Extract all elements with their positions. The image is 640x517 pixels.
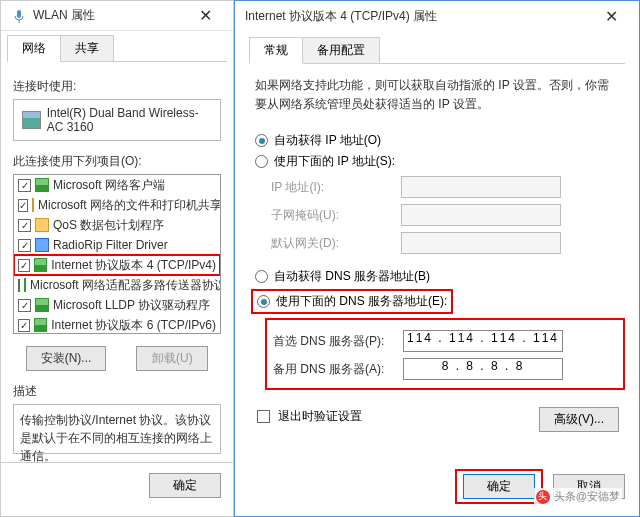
- item-checkbox[interactable]: [18, 279, 20, 292]
- dns-fields-highlight: 首选 DNS 服务器(P): 114 . 114 . 114 . 114 备用 …: [265, 318, 625, 390]
- item-label: Internet 协议版本 6 (TCP/IPv6): [51, 317, 216, 334]
- list-item[interactable]: QoS 数据包计划程序: [14, 215, 220, 235]
- subnet-input: [401, 204, 561, 226]
- ip-address-input: [401, 176, 561, 198]
- pref-dns-input[interactable]: 114 . 114 . 114 . 114: [403, 330, 563, 352]
- subnet-label: 子网掩码(U):: [271, 207, 401, 224]
- wlan-ok-button[interactable]: 确定: [149, 473, 221, 498]
- protocol-icon: [35, 178, 49, 192]
- install-button[interactable]: 安装(N)...: [26, 346, 107, 371]
- ipv4-properties-dialog: Internet 协议版本 4 (TCP/IPv4) 属性 ✕ 常规 备用配置 …: [234, 0, 640, 517]
- wlan-title: WLAN 属性: [33, 7, 95, 24]
- advanced-button[interactable]: 高级(V)...: [539, 407, 619, 432]
- radio-ip-manual-row[interactable]: 使用下面的 IP 地址(S):: [255, 153, 625, 170]
- ip-address-label: IP 地址(I):: [271, 179, 401, 196]
- item-checkbox[interactable]: [18, 319, 30, 332]
- protocol-icon: [24, 278, 26, 292]
- radio-dns-auto[interactable]: [255, 270, 268, 283]
- radio-ip-auto[interactable]: [255, 134, 268, 147]
- list-item[interactable]: RadioRip Filter Driver: [14, 235, 220, 255]
- exit-validate-checkbox[interactable]: [257, 410, 270, 423]
- adapter-box: Intel(R) Dual Band Wireless-AC 3160: [13, 99, 221, 141]
- wlan-properties-dialog: WLAN 属性 ✕ 网络 共享 连接时使用: Intel(R) Dual Ban…: [0, 0, 234, 517]
- list-item[interactable]: Microsoft LLDP 协议驱动程序: [14, 295, 220, 315]
- item-checkbox[interactable]: [18, 259, 30, 272]
- items-label: 此连接使用下列项目(O):: [13, 153, 221, 170]
- close-icon[interactable]: ✕: [185, 2, 225, 30]
- item-label: RadioRip Filter Driver: [53, 238, 168, 252]
- item-label: Microsoft LLDP 协议驱动程序: [53, 297, 210, 314]
- adapter-name: Intel(R) Dual Band Wireless-AC 3160: [47, 106, 212, 134]
- exit-validate-label: 退出时验证设置: [278, 408, 362, 425]
- item-checkbox[interactable]: [18, 299, 31, 312]
- list-item[interactable]: Microsoft 网络的文件和打印机共享: [14, 195, 220, 215]
- protocol-icon: [34, 258, 47, 272]
- item-checkbox[interactable]: [18, 219, 31, 232]
- tab-alternate[interactable]: 备用配置: [302, 37, 380, 63]
- info-text: 如果网络支持此功能，则可以获取自动指派的 IP 设置。否则，你需要从网络系统管理…: [249, 74, 625, 128]
- item-checkbox[interactable]: [18, 199, 28, 212]
- item-label: Microsoft 网络的文件和打印机共享: [38, 197, 221, 214]
- items-listbox[interactable]: Microsoft 网络客户端Microsoft 网络的文件和打印机共享QoS …: [13, 174, 221, 334]
- protocol-icon: [32, 198, 34, 212]
- pref-dns-label: 首选 DNS 服务器(P):: [273, 333, 403, 350]
- alt-dns-label: 备用 DNS 服务器(A):: [273, 361, 403, 378]
- svg-rect-0: [17, 10, 21, 18]
- item-label: Microsoft 网络适配器多路传送器协议: [30, 277, 221, 294]
- radio-dns-auto-row[interactable]: 自动获得 DNS 服务器地址(B): [255, 268, 625, 285]
- radio-ip-auto-row[interactable]: 自动获得 IP 地址(O): [255, 132, 625, 149]
- item-label: QoS 数据包计划程序: [53, 217, 164, 234]
- item-label: Microsoft 网络客户端: [53, 177, 165, 194]
- tab-network[interactable]: 网络: [7, 35, 61, 62]
- radio-dns-auto-label: 自动获得 DNS 服务器地址(B): [274, 268, 430, 285]
- description-text: 传输控制协议/Internet 协议。该协议是默认于在不同的相互连接的网络上通信…: [13, 404, 221, 454]
- protocol-icon: [35, 238, 49, 252]
- gateway-label: 默认网关(D):: [271, 235, 401, 252]
- ipv4-tabs: 常规 备用配置: [249, 37, 625, 64]
- radio-dns-manual[interactable]: [257, 295, 270, 308]
- item-label: Internet 协议版本 4 (TCP/IPv4): [51, 257, 216, 274]
- ok-button-highlight: 确定: [455, 469, 543, 504]
- gateway-input: [401, 232, 561, 254]
- tab-sharing[interactable]: 共享: [60, 35, 114, 61]
- description-label: 描述: [13, 383, 221, 400]
- wlan-titlebar: WLAN 属性 ✕: [1, 1, 233, 31]
- ipv4-title: Internet 协议版本 4 (TCP/IPv4) 属性: [245, 8, 437, 25]
- connect-using-label: 连接时使用:: [13, 78, 221, 95]
- wlan-icon: [11, 8, 27, 24]
- list-item[interactable]: Microsoft 网络适配器多路传送器协议: [14, 275, 220, 295]
- item-checkbox[interactable]: [18, 179, 31, 192]
- alt-dns-input[interactable]: 8 . 8 . 8 . 8: [403, 358, 563, 380]
- watermark: 头 头条@安德梦: [534, 488, 622, 505]
- protocol-icon: [34, 318, 47, 332]
- list-item[interactable]: Microsoft 网络客户端: [14, 175, 220, 195]
- ipv4-titlebar: Internet 协议版本 4 (TCP/IPv4) 属性 ✕: [235, 1, 639, 31]
- list-item[interactable]: Internet 协议版本 4 (TCP/IPv4): [14, 255, 220, 275]
- close-icon[interactable]: ✕: [591, 2, 631, 30]
- uninstall-button: 卸载(U): [136, 346, 208, 371]
- list-item[interactable]: Internet 协议版本 6 (TCP/IPv6): [14, 315, 220, 334]
- protocol-icon: [35, 218, 49, 232]
- tab-general[interactable]: 常规: [249, 37, 303, 64]
- radio-ip-manual-label: 使用下面的 IP 地址(S):: [274, 153, 395, 170]
- ok-button[interactable]: 确定: [463, 474, 535, 499]
- radio-dns-manual-label: 使用下面的 DNS 服务器地址(E):: [276, 293, 447, 310]
- protocol-icon: [35, 298, 49, 312]
- radio-dns-manual-row[interactable]: 使用下面的 DNS 服务器地址(E):: [257, 293, 447, 310]
- wlan-tabs: 网络 共享: [7, 35, 227, 62]
- item-checkbox[interactable]: [18, 239, 31, 252]
- radio-ip-manual[interactable]: [255, 155, 268, 168]
- watermark-text: 头条@安德梦: [554, 489, 620, 504]
- radio-ip-auto-label: 自动获得 IP 地址(O): [274, 132, 381, 149]
- watermark-logo-icon: 头: [536, 490, 550, 504]
- adapter-icon: [22, 111, 41, 129]
